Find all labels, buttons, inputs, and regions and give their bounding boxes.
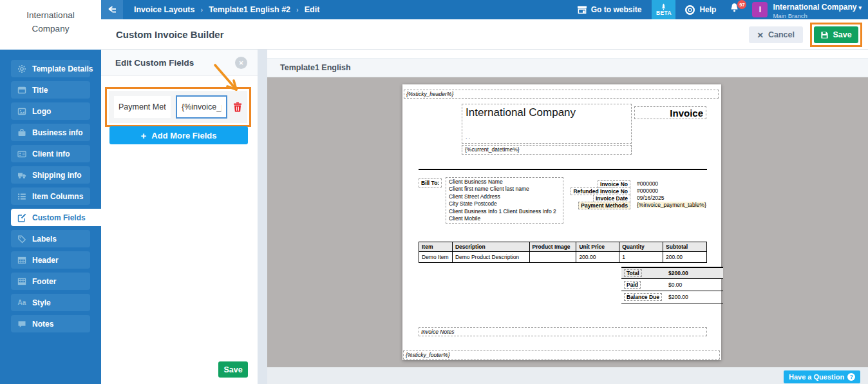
gear-icon: [17, 64, 26, 73]
breadcrumb: Invoice Layouts › Template1 English #2 ›…: [134, 5, 319, 14]
sidebar-navigation: Template Details Title Logo Business inf…: [0, 50, 101, 384]
total-value: $200.00: [668, 270, 688, 276]
field-code-input[interactable]: [176, 95, 227, 119]
sidebar-item-client-info[interactable]: Client info: [11, 145, 90, 162]
list-columns-icon: [17, 192, 26, 201]
company-logo-line1: International: [0, 8, 101, 22]
meta-value-payment-methods: {%invoice_payment_table%}: [637, 202, 706, 208]
sidebar-item-logo[interactable]: Logo: [11, 102, 90, 120]
datetime-placeholder: {%current_datetime%}: [465, 146, 520, 153]
cancel-button[interactable]: ✕ Cancel: [749, 26, 803, 43]
question-icon: ?: [847, 373, 855, 381]
invoice-notes-label: Invoice Notes: [421, 329, 455, 335]
window-icon: [17, 86, 26, 95]
sidebar-item-footer[interactable]: Footer: [11, 273, 90, 290]
go-to-website-label: Go to website: [591, 5, 642, 14]
meta-label-payment-methods[interactable]: Payment Methods: [578, 202, 630, 209]
back-button[interactable]: [101, 0, 123, 19]
have-a-question-label: Have a Question: [789, 373, 844, 381]
account-menu[interactable]: I International Company▾ Main Branch: [752, 1, 862, 19]
panel-close-button[interactable]: ✕: [235, 57, 247, 69]
breadcrumb-item-template[interactable]: Template1 English #2: [209, 5, 290, 14]
table-header-icon: [17, 256, 26, 265]
notification-count-badge: 97: [737, 0, 746, 9]
briefcase-icon: [17, 128, 26, 137]
paid-row: Paid $0.00: [621, 279, 723, 291]
breadcrumb-item-invoice-layouts[interactable]: Invoice Layouts: [134, 5, 194, 14]
tag-icon: [17, 235, 26, 244]
column-header-unit-price[interactable]: Unit Price: [576, 242, 619, 252]
panel-header: Edit Custom Fields ✕: [101, 50, 258, 76]
custom-invoice-builder-app: International Company Invoice Layouts › …: [0, 0, 868, 384]
cell-subtotal: 200.00: [663, 252, 707, 263]
sidebar-item-business-info[interactable]: Business info: [11, 124, 90, 141]
topbar-right-cluster: Go to website BETA Help 97: [577, 0, 868, 19]
datetime-region[interactable]: {%current_datetime%}: [462, 145, 632, 155]
column-header-description[interactable]: Description: [452, 242, 529, 252]
panel-gutter: [258, 50, 267, 384]
page-header: Custom Invoice Builder ✕ Cancel Save: [101, 19, 868, 50]
business-info-region[interactable]: International Company . .: [462, 104, 632, 144]
have-a-question-button[interactable]: Have a Question ?: [784, 370, 860, 383]
notifications-button[interactable]: 97: [729, 3, 742, 17]
paid-label[interactable]: Paid: [624, 281, 641, 289]
close-icon: ✕: [757, 30, 764, 40]
help-link[interactable]: Help: [684, 5, 716, 15]
save-button[interactable]: Save: [814, 26, 858, 43]
invoice-totals: Total $200.00 Paid $0.00 Balance Due $20…: [621, 267, 723, 303]
sidebar-item-shipping-info[interactable]: Shipping info: [11, 166, 90, 184]
meta-value-refunded-invoice-no: #000000: [637, 187, 658, 194]
meta-value-invoice-no: #000000: [637, 180, 658, 187]
invoice-title-region[interactable]: Invoice: [634, 106, 706, 119]
field-label-input[interactable]: [114, 96, 171, 118]
sidebar-item-custom-fields[interactable]: Custom Fields: [11, 209, 101, 226]
floppy-icon: [820, 31, 829, 39]
invoice-address-dots: . .: [466, 134, 470, 140]
go-to-website-link[interactable]: Go to website: [577, 5, 642, 14]
client-line: Client Mobile: [449, 215, 560, 222]
sidebar-item-template-details[interactable]: Template Details: [11, 60, 90, 77]
sidebar-item-labels[interactable]: Labels: [11, 230, 90, 247]
cell-item: Demo Item: [419, 252, 453, 263]
column-header-product-image[interactable]: Product Image: [529, 242, 576, 252]
column-header-item[interactable]: Item: [419, 242, 453, 252]
close-icon: ✕: [239, 60, 244, 66]
sticky-header-region[interactable]: {%sticky_header%}: [404, 90, 719, 99]
sidebar-item-item-columns[interactable]: Item Columns: [11, 187, 90, 205]
invoice-divider: [419, 169, 707, 170]
total-row: Total $200.00: [621, 267, 723, 279]
beta-label: BETA: [656, 10, 672, 16]
invoice-page: {%sticky_header%} International Company …: [402, 84, 721, 360]
sidebar-item-style[interactable]: Aa Style: [11, 294, 90, 311]
panel-save-button[interactable]: Save: [218, 361, 248, 378]
table-footer-icon: [17, 277, 26, 286]
meta-value-invoice-date: 09/16/2025: [637, 195, 665, 201]
invoice-notes-region[interactable]: Invoice Notes: [419, 327, 707, 336]
sidebar-item-title[interactable]: Title: [11, 81, 90, 99]
cell-product-image: [529, 252, 576, 263]
invoice-title: Invoice: [670, 108, 703, 119]
sidebar-item-notes[interactable]: Notes: [11, 315, 90, 332]
sticky-footer-region[interactable]: {%sticky_footer%}: [403, 350, 720, 360]
column-header-subtotal[interactable]: Subtotal: [663, 242, 707, 252]
bill-to-label[interactable]: Bill To:: [419, 178, 442, 187]
edit-pencil-icon: [17, 213, 26, 222]
invoice-items-table: Item Description Product Image Unit Pric…: [419, 242, 707, 263]
breadcrumb-item-edit: Edit: [305, 5, 320, 14]
add-more-fields-button[interactable]: + Add More Fields: [109, 126, 248, 144]
panel-title: Edit Custom Fields: [115, 50, 194, 76]
beta-badge[interactable]: BETA: [652, 0, 675, 19]
sidebar-item-header[interactable]: Header: [11, 251, 90, 269]
column-header-quantity[interactable]: Quantity: [619, 242, 663, 252]
plus-icon: +: [141, 130, 147, 141]
sticky-footer-placeholder: {%sticky_footer%}: [406, 352, 450, 358]
storefront-icon: [577, 5, 587, 14]
preview-area: Template1 English {%sticky_header%} Inte…: [267, 50, 868, 384]
account-avatar: I: [752, 2, 768, 17]
template-name: Template1 English: [280, 59, 351, 77]
cell-unit-price: 200.00: [576, 252, 619, 263]
balance-due-label[interactable]: Balance Due: [624, 293, 662, 301]
total-label[interactable]: Total: [624, 269, 642, 277]
delete-field-button[interactable]: [233, 102, 242, 113]
preview-canvas: {%sticky_header%} International Company …: [267, 77, 868, 367]
